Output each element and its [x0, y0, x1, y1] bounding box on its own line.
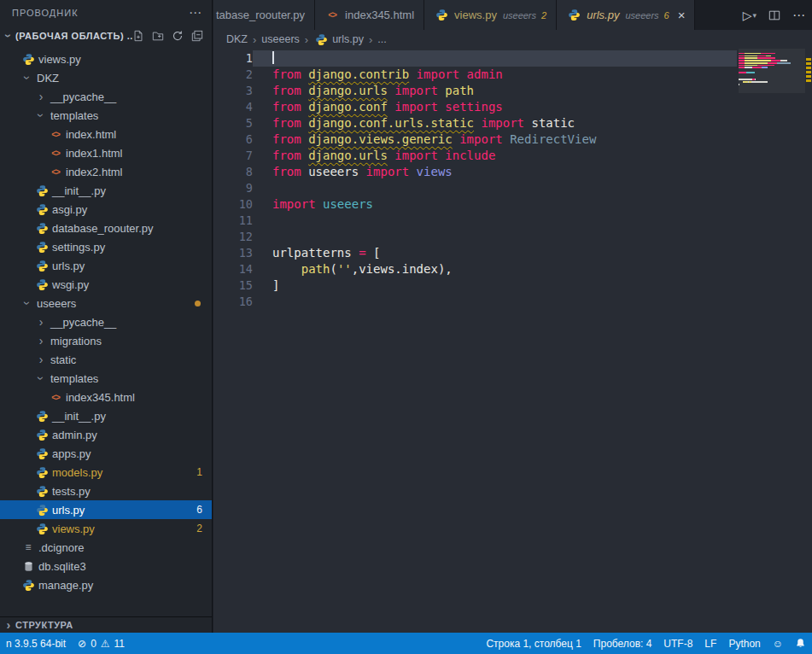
file-label: templates [50, 109, 98, 122]
tree-item-static[interactable]: ›static [0, 350, 212, 369]
tree-item-admin.py[interactable]: admin.py [0, 425, 212, 444]
cursor-position-status[interactable]: Строка 1, столбец 1 [480, 633, 587, 654]
warning-mark [806, 79, 811, 82]
python-file-icon [34, 485, 50, 498]
error-icon: ⊘ [78, 638, 86, 650]
python-file-icon [34, 410, 50, 423]
code-line-13[interactable]: 13urlpatterns = [ [213, 245, 737, 261]
tree-item-views.py[interactable]: views.py [0, 50, 212, 68]
code-line-7[interactable]: 7from django.urls import include [213, 148, 737, 164]
python-file-icon [34, 523, 50, 535]
code-line-4[interactable]: 4from django.conf import settings [213, 99, 737, 115]
tree-item-tests.py[interactable]: tests.py [0, 482, 212, 500]
breadcrumb-item-useeers[interactable]: useeers [261, 33, 299, 45]
eol-status[interactable]: LF [698, 633, 722, 654]
code-line-3[interactable]: 3from django.urls import path [213, 83, 737, 99]
tree-item-urls.py[interactable]: urls.py [0, 256, 212, 275]
code-line-5[interactable]: 5from django.conf.urls.static import sta… [213, 115, 737, 131]
python-file-icon [34, 260, 50, 272]
code-line-16[interactable]: 16 [213, 294, 737, 310]
tree-item-urls.py[interactable]: urls.py6 [0, 500, 212, 519]
tree-item-index.html[interactable]: <>index.html [0, 125, 212, 143]
tree-item-manage.py[interactable]: manage.py [0, 575, 212, 594]
python-version-status[interactable]: n 3.9.5 64-bit [0, 633, 72, 654]
indentation-status[interactable]: Пробелов: 4 [587, 633, 658, 654]
file-label: db.sqlite3 [38, 560, 86, 573]
tree-item-.dcignore[interactable]: ≡.dcignore [0, 538, 212, 557]
tree-item-index1.html[interactable]: <>index1.html [0, 143, 212, 162]
code-line-9[interactable]: 9 [213, 180, 737, 196]
structure-section-header[interactable]: › СТРУКТУРА [0, 616, 212, 633]
tree-item-apps.py[interactable]: apps.py [0, 444, 212, 463]
editor-more-actions-icon[interactable]: ⋯ [792, 8, 805, 23]
explorer-title-bar: ПРОВОДНИК ⋯ [0, 0, 212, 26]
refresh-icon[interactable] [172, 30, 184, 42]
python-file-icon [20, 579, 36, 592]
close-tab-icon[interactable]: × [678, 8, 686, 22]
language-mode-status[interactable]: Python [722, 633, 766, 654]
code-area[interactable]: 12from django.contrib import admin3from … [213, 50, 737, 310]
tree-item-templates[interactable]: ›templates [0, 106, 212, 125]
code-line-2[interactable]: 2from django.contrib import admin [213, 67, 737, 83]
new-file-icon[interactable] [132, 30, 144, 42]
breadcrumb[interactable]: DKZ›useeers›urls.py›... [213, 30, 812, 49]
feedback-icon[interactable]: ☺ [767, 633, 789, 654]
encoding-status[interactable]: UTF-8 [657, 633, 698, 654]
workspace-label: (РАБОЧАЯ ОБЛАСТЬ) ... [15, 31, 132, 41]
collapse-all-icon[interactable] [191, 30, 203, 42]
code-line-8[interactable]: 8from useeers import views [213, 164, 737, 180]
code-line-1[interactable]: 1 [213, 50, 737, 67]
code-line-14[interactable]: 14 path('',views.index), [213, 261, 737, 277]
file-label: settings.py [52, 241, 105, 254]
breadcrumb-item-...[interactable]: ... [377, 33, 386, 45]
tab-index345.html[interactable]: <>index345.html [315, 0, 424, 30]
tab-urls.py[interactable]: urls.pyuseeers6× [557, 0, 695, 30]
tree-item-index345.html[interactable]: <>index345.html [0, 388, 212, 406]
tree-item-models.py[interactable]: models.py1 [0, 463, 212, 482]
tree-item-__pycache__[interactable]: ›__pycache__ [0, 87, 212, 106]
notifications-bell-icon[interactable] [789, 633, 812, 654]
tree-item-views.py[interactable]: views.py2 [0, 519, 212, 538]
minimap[interactable] [739, 50, 805, 89]
code-line-10[interactable]: 10import useeers [213, 196, 737, 213]
tree-item-templates[interactable]: ›templates [0, 369, 212, 388]
line-number: 14 [213, 261, 253, 277]
code-editor[interactable]: 12from django.contrib import admin3from … [213, 49, 812, 633]
code-line-6[interactable]: 6from django.views.generic import Redire… [213, 131, 737, 148]
new-folder-icon[interactable] [152, 30, 164, 42]
tree-item-asgi.py[interactable]: asgi.py [0, 200, 212, 219]
breadcrumb-item-DKZ[interactable]: DKZ [226, 33, 248, 45]
tree-item-settings.py[interactable]: settings.py [0, 237, 212, 256]
chevron-down-icon: ▾ [752, 11, 757, 20]
modified-dot [195, 301, 201, 307]
views-more-actions-icon[interactable]: ⋯ [189, 5, 202, 20]
warning-mark [806, 75, 811, 78]
breadcrumb-item-urls.py[interactable]: urls.py [313, 33, 364, 46]
editor-actions: ▷▾ ⋯ [743, 0, 805, 30]
tree-item-db.sqlite3[interactable]: db.sqlite3 [0, 557, 212, 575]
tab-views.py[interactable]: views.pyuseeers2 [424, 0, 557, 30]
line-number: 16 [213, 294, 253, 310]
tree-item-__init__.py[interactable]: __init__.py [0, 406, 212, 425]
tab-description: useeers [625, 10, 658, 20]
warning-mark [806, 71, 811, 73]
tree-item-migrations[interactable]: ›migrations [0, 331, 212, 350]
chevron-right-icon: › [34, 315, 48, 329]
tab-tabase_roouter.py[interactable]: tabase_roouter.py [213, 0, 315, 30]
workspace-section-header[interactable]: › (РАБОЧАЯ ОБЛАСТЬ) ... [0, 26, 212, 46]
problems-status[interactable]: ⊘0 ⚠11 [72, 633, 131, 654]
tree-item-__init__.py[interactable]: __init__.py [0, 181, 212, 200]
tree-item-index2.html[interactable]: <>index2.html [0, 162, 212, 181]
code-line-15[interactable]: 15] [213, 277, 737, 294]
code-line-12[interactable]: 12 [213, 229, 737, 245]
tree-item-__pycache__[interactable]: ›__pycache__ [0, 312, 212, 331]
code-line-11[interactable]: 11 [213, 213, 737, 229]
split-editor-icon[interactable] [768, 9, 780, 21]
tree-item-database_roouter.py[interactable]: database_roouter.py [0, 219, 212, 237]
line-number: 13 [213, 245, 253, 261]
tree-item-useeers[interactable]: ›useeers [0, 294, 212, 312]
run-button[interactable]: ▷▾ [743, 9, 757, 22]
tree-item-DKZ[interactable]: ›DKZ [0, 68, 212, 87]
tree-item-wsgi.py[interactable]: wsgi.py [0, 275, 212, 294]
warning-count: 11 [114, 638, 125, 650]
